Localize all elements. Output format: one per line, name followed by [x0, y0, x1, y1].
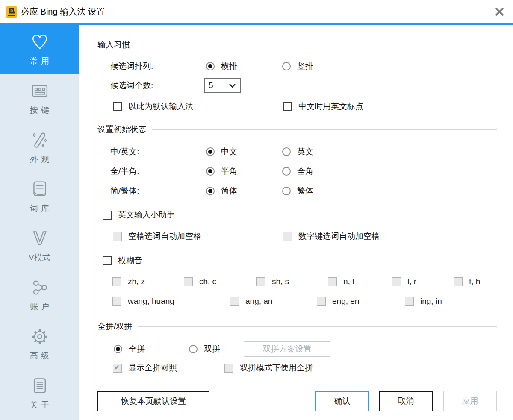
radio-vertical[interactable]: 竖排 [282, 61, 313, 72]
dictionary-icon [29, 180, 50, 199]
checkbox-default-ime[interactable]: 以此为默认输入法 [113, 101, 283, 112]
gear-icon [29, 327, 50, 346]
row-label: 简/繁体: [110, 185, 206, 197]
section-divider [148, 261, 497, 261]
checkbox-icon[interactable] [328, 277, 337, 286]
radio-icon[interactable] [206, 167, 215, 176]
magic-wand-icon [29, 131, 50, 150]
sidebar-item-label: V模式 [29, 252, 50, 263]
checkbox-fuzzy-zh-z[interactable]: zh, z [112, 277, 184, 286]
radio-full-pinyin[interactable]: 全拼 [114, 344, 189, 355]
section-title: 全拼/双拼 [97, 321, 132, 332]
double-pinyin-scheme-button[interactable]: 双拼方案设置 [244, 341, 330, 357]
radio-chinese[interactable]: 中文 [206, 146, 282, 157]
share-nodes-icon [29, 278, 50, 297]
checkbox-fuzzy-sh-s[interactable]: sh, s [256, 277, 328, 286]
radio-icon[interactable] [282, 187, 291, 195]
section-initial-state: 设置初始状态 [97, 124, 497, 135]
radio-double-pinyin[interactable]: 双拼 [189, 344, 244, 355]
keyboard-icon [29, 82, 50, 100]
checkbox-fuzzy-wang-huang[interactable]: wang, huang [112, 297, 230, 306]
footer-button-bar: 恢复本页默认设置 确认 取消 应用 [97, 391, 497, 411]
radio-icon[interactable] [282, 167, 291, 176]
radio-horizontal[interactable]: 横排 [206, 61, 282, 72]
checkbox-icon[interactable] [230, 297, 239, 306]
checkbox-fuzzy-eng-en[interactable]: eng, en [317, 297, 405, 306]
checkbox-icon[interactable] [113, 232, 122, 241]
radio-icon[interactable] [206, 147, 215, 156]
radio-icon[interactable] [114, 345, 122, 353]
radio-traditional[interactable]: 繁体 [282, 185, 313, 197]
checkbox-icon[interactable] [256, 277, 265, 286]
checkbox-show-full-pinyin[interactable]: 显示全拼对照 [113, 362, 224, 373]
checkbox-fuzzy-n-l[interactable]: n, l [328, 277, 392, 286]
candidate-count-select[interactable]: 5 [204, 78, 241, 93]
checkbox-english-punct[interactable]: 中文时用英文标点 [283, 101, 363, 112]
window-title: 必应 Bing 输入法 设置 [21, 6, 105, 18]
section-english-assistant: 英文输入小助手 [97, 209, 497, 221]
checkbox-icon[interactable] [392, 277, 401, 286]
v-mode-icon [29, 229, 50, 248]
radio-full-width[interactable]: 全角 [282, 166, 313, 177]
radio-icon[interactable] [282, 147, 291, 156]
close-icon[interactable] [492, 5, 506, 18]
section-title: 模糊音 [118, 255, 142, 266]
sidebar-item-label: 关于 [27, 399, 52, 411]
habit-checkbox-row: 以此为默认输入法 中文时用英文标点 [113, 97, 497, 116]
checkbox-icon[interactable] [113, 102, 122, 111]
radio-icon[interactable] [206, 187, 215, 195]
checkbox-use-full-in-double[interactable]: 双拼模式下使用全拼 [224, 362, 313, 373]
radio-english[interactable]: 英文 [282, 146, 313, 157]
sidebar-item-v-mode[interactable]: V模式 [0, 221, 79, 270]
restore-defaults-button[interactable]: 恢复本页默认设置 [97, 391, 209, 411]
checkbox-fuzzy-ing-in[interactable]: ing, in [405, 297, 442, 306]
sidebar-item-dictionary[interactable]: 词库 [0, 172, 79, 221]
checkbox-number-select[interactable]: 数字键选词自动加空格 [283, 231, 380, 242]
checkbox-icon[interactable] [112, 277, 121, 286]
section-title: 英文输入小助手 [118, 209, 175, 220]
checkbox-icon[interactable] [283, 102, 292, 111]
checkbox-icon[interactable] [184, 277, 193, 286]
bing-ime-logo-icon: b [6, 6, 17, 18]
checkbox-fuzzy[interactable] [103, 256, 112, 265]
pinyin-options-row: 显示全拼对照 双拼模式下使用全拼 [113, 358, 497, 377]
settings-window: b 必应 Bing 输入法 设置 常用 按键 [0, 0, 513, 420]
apply-button[interactable]: 应用 [443, 391, 497, 411]
cn-en-row: 中/英文: 中文 英文 [110, 142, 497, 162]
checkbox-icon[interactable] [283, 232, 292, 241]
sidebar-item-advanced[interactable]: 高级 [0, 320, 79, 369]
radio-icon[interactable] [189, 345, 198, 353]
sidebar-item-account[interactable]: 账户 [0, 270, 79, 320]
checkbox-icon[interactable] [113, 364, 122, 373]
sidebar-item-common[interactable]: 常用 [0, 25, 79, 74]
section-pinyin: 全拼/双拼 [97, 321, 497, 332]
checkbox-icon[interactable] [317, 297, 326, 306]
sidebar-item-about[interactable]: 关于 [0, 369, 79, 418]
sidebar-item-label: 外观 [27, 154, 52, 165]
sidebar-item-appearance[interactable]: 外观 [0, 123, 79, 172]
settings-panel: 输入习惯 候选词排列: 横排 竖排 候选词个数: 5 以此为默 [79, 25, 513, 420]
checkbox-space-select[interactable]: 空格选词自动加空格 [113, 231, 283, 242]
radio-half-width[interactable]: 半角 [206, 166, 282, 177]
checkbox-fuzzy-ch-c[interactable]: ch, c [184, 277, 256, 286]
radio-icon[interactable] [206, 62, 215, 70]
cancel-button[interactable]: 取消 [379, 391, 433, 411]
candidate-arrangement-row: 候选词排列: 横排 竖排 [110, 56, 497, 76]
checkbox-fuzzy-ang-an[interactable]: ang, an [230, 297, 317, 306]
checkbox-icon[interactable] [112, 297, 121, 306]
sidebar-item-keys[interactable]: 按键 [0, 74, 79, 123]
fuzzy-row-2: wang, huang ang, an eng, en ing, in [112, 292, 497, 311]
full-half-row: 全/半角: 半角 全角 [110, 162, 497, 181]
simp-trad-row: 简/繁体: 简体 繁体 [110, 181, 497, 201]
checkbox-english-assistant[interactable] [103, 211, 112, 220]
checkbox-fuzzy-l-r[interactable]: l, r [392, 277, 454, 286]
candidate-count-label: 候选词个数: [110, 80, 204, 91]
checkbox-icon[interactable] [224, 364, 233, 373]
section-fuzzy: 模糊音 [97, 254, 497, 267]
radio-icon[interactable] [282, 62, 291, 70]
checkbox-fuzzy-f-h[interactable]: f, h [454, 277, 480, 286]
confirm-button[interactable]: 确认 [315, 391, 369, 411]
radio-simplified[interactable]: 简体 [206, 185, 282, 197]
checkbox-icon[interactable] [405, 297, 414, 306]
checkbox-icon[interactable] [454, 277, 463, 286]
